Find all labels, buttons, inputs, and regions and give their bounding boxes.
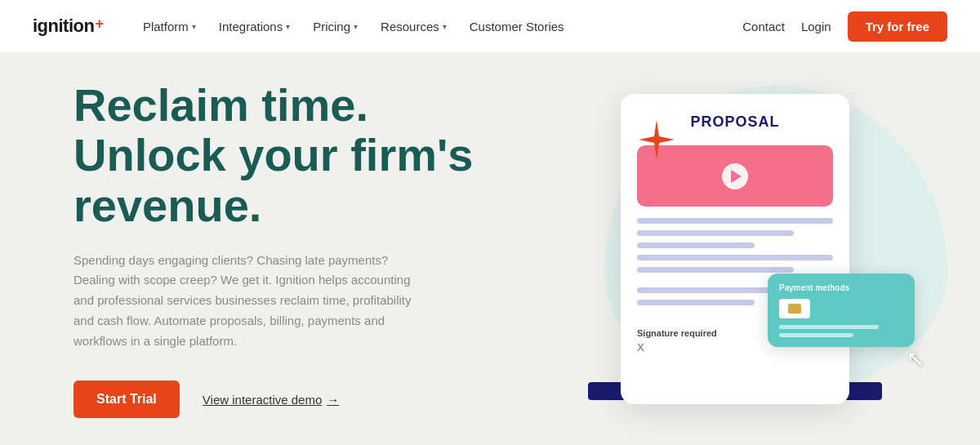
hero-illustration: PROPOSAL Signature required X [490, 53, 980, 445]
nav-right: Contact Login Try for free [742, 11, 947, 42]
chevron-down-icon: ▾ [286, 22, 290, 31]
nav-item-pricing[interactable]: Pricing ▾ [303, 13, 368, 40]
logo[interactable]: ignition + [33, 16, 104, 37]
proposal-line [637, 300, 755, 305]
start-trial-button[interactable]: Start Trial [74, 380, 180, 418]
arrow-icon: → [327, 393, 339, 407]
proposal-line [637, 255, 833, 260]
payment-title: Payment methods [779, 283, 903, 292]
proposal-text-lines [637, 218, 833, 273]
payment-methods-card: Payment methods [768, 274, 915, 347]
try-for-free-button[interactable]: Try for free [848, 11, 947, 42]
nav-item-resources[interactable]: Resources ▾ [371, 13, 457, 40]
hero-section: Reclaim time. Unlock your firm's revenue… [0, 53, 980, 445]
card-chip [788, 304, 801, 314]
logo-plus: + [95, 16, 104, 33]
proposal-line [637, 218, 833, 224]
hero-content: Reclaim time. Unlock your firm's revenue… [74, 80, 473, 419]
nav-links: Platform ▾ Integrations ▾ Pricing ▾ Reso… [133, 13, 742, 40]
chevron-down-icon: ▾ [192, 22, 196, 31]
play-button [722, 163, 748, 189]
navbar: ignition + Platform ▾ Integrations ▾ Pri… [0, 0, 980, 53]
login-link[interactable]: Login [801, 20, 831, 33]
payment-line [779, 333, 853, 337]
play-icon [731, 170, 742, 183]
payment-lines [779, 325, 903, 337]
logo-text: ignition [33, 16, 94, 37]
hero-actions: Start Trial View interactive demo → [74, 380, 473, 418]
credit-card-icon [779, 299, 810, 318]
nav-item-integrations[interactable]: Integrations ▾ [209, 13, 300, 40]
proposal-line [637, 243, 755, 248]
proposal-line [637, 230, 794, 236]
hero-heading: Reclaim time. Unlock your firm's revenue… [74, 80, 473, 231]
nav-item-platform[interactable]: Platform ▾ [133, 13, 206, 40]
proposal-line [637, 267, 794, 273]
contact-link[interactable]: Contact [742, 20, 785, 33]
chevron-down-icon: ▾ [354, 22, 358, 31]
view-demo-link[interactable]: View interactive demo → [203, 393, 339, 407]
chevron-down-icon: ▾ [443, 22, 447, 31]
sparkle-icon [635, 118, 678, 161]
hero-subtext: Spending days engaging clients? Chasing … [74, 251, 425, 352]
cursor-icon: ↖ [906, 346, 924, 372]
payment-line [779, 325, 879, 329]
nav-item-customer-stories[interactable]: Customer Stories [460, 13, 574, 40]
